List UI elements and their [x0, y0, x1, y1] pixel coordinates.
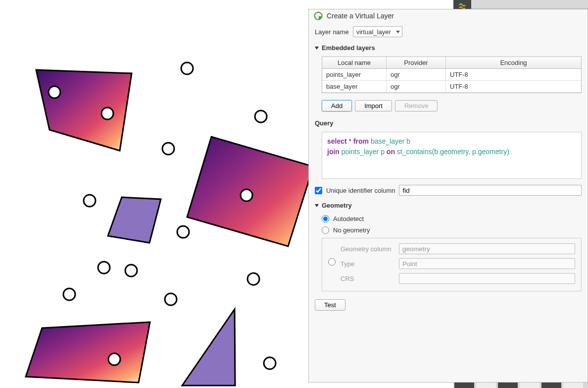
- disclosure-icon: [315, 204, 319, 207]
- geom-autodetect-label: Autodetect: [333, 215, 364, 222]
- cell-local: points_layer: [326, 71, 382, 78]
- point: [255, 111, 267, 122]
- geom-autodetect-row[interactable]: Autodetect: [322, 215, 582, 222]
- geometry-header[interactable]: Geometry: [315, 200, 582, 211]
- point: [101, 108, 113, 119]
- dialog-title: Create a Virtual Layer: [327, 12, 394, 20]
- embedded-layers-header[interactable]: Embedded layers: [315, 42, 582, 54]
- polygon: [108, 197, 161, 243]
- geom-none-row[interactable]: No geometry: [322, 226, 582, 234]
- point: [177, 226, 189, 238]
- point: [84, 195, 96, 207]
- geom-type-combo: Point: [399, 258, 575, 269]
- point: [181, 62, 193, 74]
- th-provider[interactable]: Provider: [387, 57, 446, 68]
- point: [241, 189, 252, 201]
- import-button[interactable]: Import: [355, 100, 392, 111]
- test-button[interactable]: Test: [315, 299, 345, 311]
- embedded-layers-table[interactable]: Local name Provider Encoding points_laye…: [322, 56, 582, 93]
- disclosure-icon: [315, 47, 319, 50]
- geom-none-radio[interactable]: [322, 226, 329, 234]
- geom-crs-label: CRS: [341, 275, 395, 282]
- polygon: [26, 322, 150, 383]
- virtual-layer-dialog: Create a Virtual Layer Layer name virtua…: [308, 9, 588, 383]
- point: [98, 262, 110, 274]
- cell-provider: ogr: [391, 83, 441, 90]
- layer-name-label: Layer name: [315, 28, 349, 36]
- point: [264, 357, 276, 369]
- uid-input[interactable]: [399, 185, 582, 196]
- point: [125, 265, 137, 277]
- point: [49, 86, 60, 98]
- geom-col-label: Geometry column: [341, 245, 395, 253]
- table-row[interactable]: base_layer ogr UTF-8: [322, 81, 581, 93]
- dialog-titlebar[interactable]: Create a Virtual Layer: [309, 9, 588, 24]
- remove-button: Remove: [395, 100, 438, 111]
- uid-checkbox[interactable]: [315, 187, 322, 194]
- geom-type-value: Point: [402, 260, 417, 268]
- ident: points_layer p: [342, 148, 385, 156]
- point: [162, 143, 174, 155]
- layer-name-value: virtual_layer: [356, 28, 391, 36]
- func: st_contains: [397, 148, 432, 156]
- geom-autodetect-radio[interactable]: [322, 215, 329, 222]
- table-row[interactable]: points_layer ogr UTF-8: [322, 69, 581, 81]
- th-local[interactable]: Local name: [322, 57, 387, 68]
- qgis-icon: [314, 11, 323, 20]
- kw: from: [353, 137, 369, 145]
- cell-encoding: UTF-8: [450, 71, 577, 78]
- geom-manual-group: Geometry column Type Point CRS: [322, 238, 582, 291]
- embedded-layers-label: Embedded layers: [322, 44, 375, 52]
- args: (b.geometry, p.geometry): [432, 148, 509, 156]
- uid-label: Unique identifier column: [326, 187, 395, 194]
- chevron-down-icon: [396, 31, 400, 33]
- cell-local: base_layer: [326, 83, 382, 90]
- cell-provider: ogr: [391, 71, 441, 78]
- point: [63, 288, 75, 300]
- point: [108, 353, 120, 365]
- cell-encoding: UTF-8: [450, 83, 577, 90]
- point: [165, 293, 177, 305]
- svg-rect-1: [319, 16, 321, 19]
- layer-name-combo[interactable]: virtual_layer: [353, 26, 402, 37]
- geom-col-input: [399, 243, 575, 254]
- kw: join: [327, 148, 340, 156]
- kw: select: [327, 137, 347, 145]
- geom-manual-radio[interactable]: [328, 258, 336, 266]
- top-strip: [453, 0, 588, 9]
- geometry-label: Geometry: [322, 202, 352, 209]
- geom-none-label: No geometry: [333, 226, 370, 234]
- point: [247, 273, 259, 285]
- ident: base_layer b: [371, 137, 410, 145]
- th-encoding[interactable]: Encoding: [446, 57, 581, 68]
- geom-crs-input: [399, 273, 575, 284]
- query-editor[interactable]: select * from base_layer b join points_l…: [322, 132, 582, 179]
- polygon: [36, 70, 132, 151]
- kw: on: [387, 148, 395, 156]
- polygon: [182, 309, 235, 386]
- token: *: [349, 137, 351, 145]
- geom-type-label: Type: [341, 260, 395, 268]
- query-label: Query: [315, 116, 582, 129]
- add-button[interactable]: Add: [322, 100, 352, 111]
